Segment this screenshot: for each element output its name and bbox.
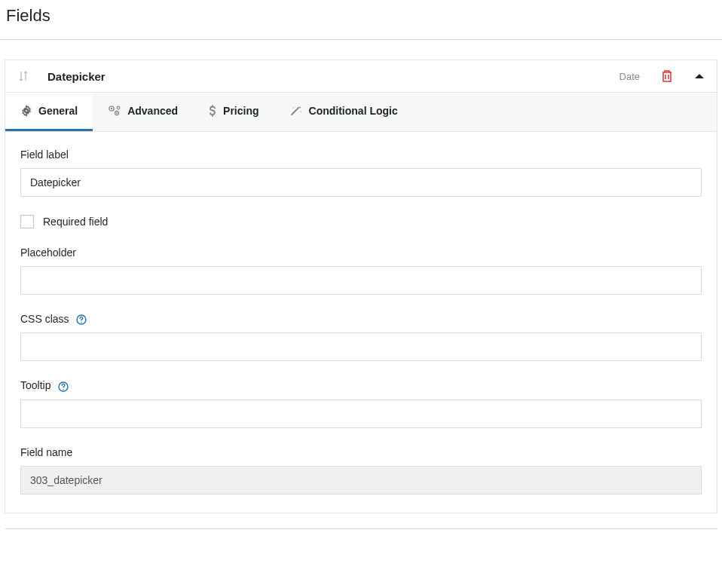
page-title: Fields [0,0,722,39]
css-class-input[interactable] [20,332,702,361]
tab-pricing[interactable]: Pricing [193,93,274,131]
wand-icon [289,105,303,117]
dollar-icon [208,105,217,117]
required-checkbox[interactable] [20,215,34,228]
tab-conditional-logic[interactable]: Conditional Logic [274,93,413,131]
field-header[interactable]: Datepicker Date [5,60,717,92]
field-name-label: Field name [20,446,702,458]
sliders-icon [108,105,121,117]
tab-general[interactable]: General [5,93,93,131]
tooltip-label: Tooltip [20,379,702,391]
svg-point-5 [117,106,120,109]
field-label-input[interactable] [20,168,702,197]
tab-label: Conditional Logic [309,105,398,117]
css-class-row: CSS class [20,313,702,361]
tab-advanced[interactable]: Advanced [93,93,193,131]
svg-point-4 [116,112,118,114]
gear-icon [20,105,32,117]
svg-point-2 [111,108,112,109]
required-row: Required field [20,215,702,228]
placeholder-row: Placeholder [20,247,702,295]
tab-label: General [38,105,78,117]
tabs: General Advanced Pricing [5,92,717,132]
tooltip-row: Tooltip [20,379,702,427]
drag-handle-icon[interactable] [17,69,29,83]
field-name-input [20,466,702,495]
tooltip-input[interactable] [20,400,702,428]
help-icon[interactable] [58,381,69,392]
tab-label: Advanced [127,105,178,117]
form-body: Field label Required field Placeholder C… [5,132,717,513]
required-label: Required field [43,216,108,228]
collapse-icon[interactable] [694,72,705,80]
field-label-label: Field label [20,149,702,161]
tab-label: Pricing [223,105,259,117]
placeholder-label: Placeholder [20,247,702,259]
divider [0,39,722,40]
field-card: Datepicker Date General [5,60,717,513]
help-icon[interactable] [76,314,87,325]
divider [5,528,717,529]
field-title: Datepicker [47,70,620,83]
delete-icon[interactable] [661,69,673,83]
field-label-row: Field label [20,149,702,197]
css-class-label: CSS class [20,313,702,325]
field-name-row: Field name [20,446,702,495]
field-type-label: Date [620,71,640,82]
placeholder-input[interactable] [20,266,702,295]
